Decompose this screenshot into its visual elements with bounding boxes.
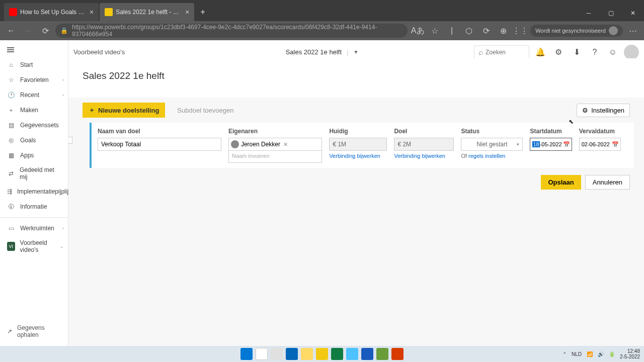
profile-avatar-icon: [609, 26, 618, 35]
goal-row-checkbox[interactable]: [68, 137, 72, 144]
column-header-doel: Doel: [394, 128, 454, 135]
hamburger-button[interactable]: [0, 42, 68, 57]
search-button[interactable]: [256, 348, 268, 360]
sidebar-item-werkruimten[interactable]: ▭ Werkruimten ›: [0, 221, 68, 236]
update-connection-link[interactable]: Verbinding bijwerken: [394, 153, 454, 159]
tray-wifi-icon[interactable]: 📶: [587, 351, 593, 357]
workspaces-icon: ▭: [7, 224, 15, 232]
sidebar-label: Gedeeld met mij: [20, 166, 61, 180]
user-avatar[interactable]: [624, 45, 639, 60]
close-icon[interactable]: ×: [90, 8, 94, 16]
sidebar-item-start[interactable]: ⌂ Start: [0, 57, 68, 72]
owner-field[interactable]: Jeroen Dekker ✕: [228, 138, 322, 151]
powerbi-taskbar-icon[interactable]: [316, 348, 328, 360]
help-icon[interactable]: ?: [588, 45, 602, 59]
app-icon[interactable]: [391, 348, 404, 360]
new-tab-button[interactable]: +: [195, 3, 210, 21]
read-aloud-icon[interactable]: Aあ: [411, 24, 425, 38]
sidebar-item-gedeeld[interactable]: ⇄ Gedeeld met mij: [0, 163, 68, 184]
excel-icon[interactable]: [331, 348, 343, 360]
url-text: https://www.powerbi.com/groups/1c23dbf3-…: [72, 24, 403, 38]
pipeline-icon: ⇶: [7, 188, 12, 196]
goal-name-input[interactable]: [98, 138, 221, 151]
browser-tab-strip: How to Set Up Goals and Track × Sales 20…: [0, 0, 644, 21]
sync-label: Wordt niet gesynchroniseerd: [535, 28, 606, 34]
tray-clock[interactable]: 12:48 2-5-2022: [620, 348, 640, 359]
save-button[interactable]: Opslaan: [541, 175, 581, 190]
settings-gear-icon[interactable]: ⚙: [551, 45, 566, 59]
tray-volume-icon[interactable]: 🔊: [598, 351, 604, 357]
taskbar: ⌃ NLD 📶 🔊 🔋 12:48 2-5-2022: [0, 346, 644, 362]
due-date-input[interactable]: 02-06-2022 📅: [579, 138, 621, 151]
minimize-button[interactable]: ─: [578, 5, 600, 21]
taskview-button[interactable]: [271, 348, 283, 360]
sidebar-item-recent[interactable]: 🕐 Recent ›: [0, 87, 68, 103]
owner-add-input[interactable]: Naam invoeren: [228, 151, 322, 163]
browser-tab-0[interactable]: How to Set Up Goals and Track ×: [4, 3, 99, 21]
sidebar-label: Start: [20, 61, 33, 68]
sidebar-label: Informatie: [20, 203, 47, 210]
notifications-icon[interactable]: 🔔: [533, 45, 547, 59]
search-box[interactable]: ⌕: [474, 45, 529, 59]
extensions-icon[interactable]: ⋮⋮: [513, 24, 527, 38]
sidebar-item-gegevenssets[interactable]: ▤ Gegevenssets: [0, 118, 68, 133]
sidebar-item-maken[interactable]: ＋ Maken: [0, 103, 68, 118]
browser-tab-1[interactable]: Sales 2022 1e helft - Power BI ×: [100, 3, 194, 21]
start-date-input[interactable]: 18-05-2022 📅: [530, 138, 572, 151]
calendar-icon[interactable]: 📅: [563, 141, 570, 148]
menu-button[interactable]: ⋯: [626, 24, 640, 38]
powerbi-icon: [105, 8, 113, 16]
status-select[interactable]: Niet gestart ▾: [461, 138, 523, 151]
close-window-button[interactable]: ✕: [622, 5, 644, 21]
word-icon[interactable]: [361, 348, 373, 360]
sidebar-item-informatie[interactable]: 🛈 Informatie: [0, 199, 68, 214]
new-goal-button[interactable]: ＋ Nieuwe doelstelling: [83, 103, 165, 118]
sync-icon[interactable]: ⟳: [479, 24, 493, 38]
target-value-input[interactable]: [394, 138, 454, 151]
calendar-icon[interactable]: 📅: [612, 141, 619, 148]
sidebar-item-implementatie[interactable]: ⇶ Implementatiepijplijnen: [0, 184, 68, 199]
collections-icon[interactable]: ⊕: [496, 24, 510, 38]
sidebar-item-gegevens-ophalen[interactable]: ↗ Gegevens ophalen: [0, 321, 68, 342]
tray-battery-icon[interactable]: 🔋: [609, 351, 615, 357]
column-header-vervaldatum: Vervaldatum: [579, 128, 621, 135]
reload-button[interactable]: ⟳: [38, 24, 52, 38]
sidebar-label: Voorbeeld video's: [20, 239, 61, 253]
explorer-icon[interactable]: [286, 348, 298, 360]
back-button[interactable]: ←: [4, 24, 18, 38]
workspace-label[interactable]: Voorbeeld video's: [73, 48, 125, 56]
settings-button[interactable]: ⚙ Instellingen: [577, 104, 630, 117]
sidebar-label: Recent: [20, 92, 39, 99]
feedback-icon[interactable]: ☺: [606, 45, 620, 59]
chevron-right-icon: ›: [62, 93, 64, 98]
sidebar-item-apps[interactable]: ▦ Apps: [0, 148, 68, 163]
maximize-button[interactable]: ▢: [600, 5, 622, 21]
getdata-icon: ↗: [7, 328, 12, 335]
search-input[interactable]: [486, 49, 521, 56]
set-rules-link[interactable]: regels instellen: [468, 153, 505, 159]
close-icon[interactable]: ×: [185, 8, 189, 16]
folder-icon[interactable]: [301, 348, 313, 360]
download-icon[interactable]: ⬇: [570, 45, 584, 59]
cancel-button[interactable]: Annuleren: [585, 175, 630, 190]
forward-button[interactable]: →: [21, 24, 35, 38]
favorites-icon[interactable]: ☆: [428, 24, 442, 38]
extension-icon[interactable]: ⬡: [462, 24, 476, 38]
add-subgoal-button[interactable]: Subdoel toevoegen: [173, 104, 237, 117]
chevron-down-icon[interactable]: ▼: [353, 49, 358, 55]
tray-date: 2-5-2022: [620, 354, 640, 359]
remove-owner-icon[interactable]: ✕: [283, 141, 288, 148]
tray-language[interactable]: NLD: [572, 351, 582, 357]
sidebar-item-voorbeeld[interactable]: VI Voorbeeld video's ⌄: [0, 236, 68, 257]
camtasia-icon[interactable]: [376, 348, 388, 360]
sidebar-item-favorieten[interactable]: ☆ Favorieten ›: [0, 72, 68, 87]
edge-icon[interactable]: [346, 348, 358, 360]
url-input[interactable]: 🔒 https://www.powerbi.com/groups/1c23dbf…: [55, 24, 408, 38]
sidebar-label: Werkruimten: [20, 225, 54, 232]
update-connection-link[interactable]: Verbinding bijwerken: [329, 153, 387, 159]
sidebar-item-goals[interactable]: ◎ Goals: [0, 133, 68, 148]
current-value-input[interactable]: [329, 138, 387, 151]
profile-sync-button[interactable]: Wordt niet gesynchroniseerd: [530, 25, 623, 37]
start-button[interactable]: [240, 348, 253, 360]
tray-chevron-icon[interactable]: ⌃: [562, 351, 567, 357]
